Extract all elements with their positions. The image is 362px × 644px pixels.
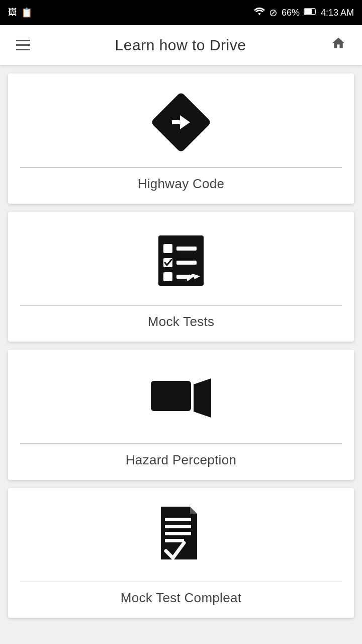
- main-content: Highway Code: [0, 65, 362, 626]
- time-text: 4:13 AM: [321, 8, 354, 18]
- mock-tests-icon: [153, 233, 209, 288]
- mock-tests-card[interactable]: Mock Tests: [8, 212, 354, 342]
- highway-code-card[interactable]: Highway Code: [8, 73, 354, 204]
- svg-rect-15: [165, 539, 184, 542]
- svg-rect-11: [151, 381, 191, 411]
- svg-rect-5: [163, 244, 172, 253]
- mock-test-compleat-label: Mock Test Compleat: [121, 590, 241, 606]
- battery-text: 66%: [282, 8, 300, 18]
- image-icon: 🖼: [8, 7, 17, 18]
- hazard-perception-icon: [148, 373, 214, 424]
- clipboard-icon: 📋: [21, 7, 32, 18]
- hazard-perception-label: Hazard Perception: [126, 452, 236, 468]
- mock-test-compleat-card[interactable]: Mock Test Compleat: [8, 488, 354, 618]
- home-button[interactable]: [327, 32, 350, 58]
- mock-tests-icon-area: [148, 228, 214, 293]
- battery-icon: [304, 8, 317, 18]
- menu-line-2: [16, 44, 30, 46]
- mock-tests-label: Mock Tests: [148, 314, 215, 330]
- page-title: Learn how to Drive: [115, 37, 246, 54]
- svg-rect-8: [176, 261, 197, 265]
- svg-rect-1: [315, 10, 316, 13]
- highway-code-label: Highway Code: [138, 176, 225, 192]
- menu-button[interactable]: [12, 36, 34, 54]
- highway-code-icon-area: [148, 90, 214, 155]
- hazard-perception-divider: [20, 443, 342, 444]
- menu-line-1: [16, 40, 30, 41]
- svg-rect-12: [165, 518, 191, 521]
- menu-line-3: [16, 49, 30, 50]
- mock-test-compleat-icon: [156, 507, 206, 567]
- mock-test-compleat-icon-area: [148, 504, 214, 570]
- svg-rect-6: [176, 247, 197, 251]
- status-bar-left-icons: 🖼 📋: [8, 7, 32, 18]
- svg-rect-13: [165, 525, 191, 528]
- svg-rect-14: [165, 532, 191, 535]
- mock-tests-divider: [20, 305, 342, 306]
- status-bar: 🖼 📋 ⊘ 66% 4:13 AM: [0, 0, 362, 25]
- no-sim-icon: ⊘: [269, 7, 278, 19]
- svg-rect-9: [163, 272, 172, 281]
- app-bar: Learn how to Drive: [0, 25, 362, 65]
- svg-rect-2: [305, 9, 312, 14]
- wifi-icon: [254, 7, 265, 19]
- hazard-perception-icon-area: [148, 366, 214, 431]
- highway-code-icon: [151, 92, 211, 152]
- highway-code-divider: [20, 167, 342, 168]
- mock-test-compleat-divider: [20, 582, 342, 583]
- hazard-perception-card[interactable]: Hazard Perception: [8, 350, 354, 480]
